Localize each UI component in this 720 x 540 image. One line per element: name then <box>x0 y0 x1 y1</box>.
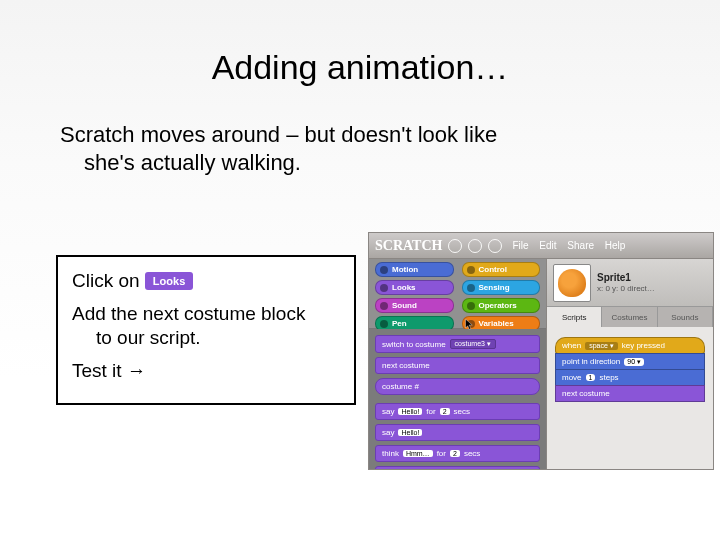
block-costume-num[interactable]: costume # <box>375 378 540 395</box>
slide-title: Adding animation… <box>0 0 720 87</box>
save-icon[interactable] <box>468 239 482 253</box>
sprite-info: Sprite1 x: 0 y: 0 direct… <box>547 259 713 307</box>
subtitle-line2: she's actually walking. <box>60 149 660 177</box>
left-column: Motion Control Looks Sensing Sound Opera… <box>369 259 547 469</box>
menu-bar: File Edit Share Help <box>508 240 629 251</box>
tab-costumes[interactable]: Costumes <box>602 307 657 327</box>
script-area[interactable]: when space ▾ key pressed point in direct… <box>547 327 713 469</box>
block-switch-costume[interactable]: switch to costume costume3 ▾ <box>375 335 540 353</box>
block-think-for[interactable]: think Hmm… for 2 secs <box>375 445 540 462</box>
block-say-for[interactable]: say Hello! for 2 secs <box>375 403 540 420</box>
category-looks[interactable]: Looks <box>375 280 454 295</box>
scratch-app: SCRATCH File Edit Share Help Motion Cont… <box>368 232 714 470</box>
subtitle-line1: Scratch moves around – but doesn't look … <box>60 122 497 147</box>
category-motion[interactable]: Motion <box>375 262 454 277</box>
scratch-logo: SCRATCH <box>375 238 442 254</box>
sprite-coords: x: 0 y: 0 direct… <box>597 284 655 294</box>
add-block-line2: to our script. <box>72 326 340 351</box>
looks-category-pill: Looks <box>145 272 193 290</box>
click-on-text: Click on <box>72 270 140 291</box>
category-control[interactable]: Control <box>462 262 541 277</box>
sprite-name: Sprite1 <box>597 271 655 284</box>
menu-file[interactable]: File <box>512 240 528 251</box>
scratch-topbar: SCRATCH File Edit Share Help <box>369 233 713 259</box>
script-stack[interactable]: when space ▾ key pressed point in direct… <box>555 337 705 401</box>
cursor-icon <box>465 319 475 331</box>
open-icon[interactable] <box>488 239 502 253</box>
right-column: Sprite1 x: 0 y: 0 direct… Scripts Costum… <box>547 259 713 469</box>
instruction-box: Click on Looks Add the next costume bloc… <box>56 255 356 405</box>
script-point-direction[interactable]: point in direction 90 ▾ <box>555 353 705 370</box>
globe-icon[interactable] <box>448 239 462 253</box>
script-move-steps[interactable]: move 1 steps <box>555 369 705 386</box>
category-sensing[interactable]: Sensing <box>462 280 541 295</box>
test-it-line: Test it → <box>72 359 340 384</box>
menu-edit[interactable]: Edit <box>539 240 556 251</box>
slide-subtitle: Scratch moves around – but doesn't look … <box>0 87 720 176</box>
category-operators[interactable]: Operators <box>462 298 541 313</box>
block-think[interactable]: think Hmm… <box>375 466 540 469</box>
cat-icon <box>558 269 586 297</box>
tab-scripts[interactable]: Scripts <box>547 307 602 327</box>
category-grid: Motion Control Looks Sensing Sound Opera… <box>369 259 546 329</box>
tab-sounds[interactable]: Sounds <box>658 307 713 327</box>
menu-share[interactable]: Share <box>567 240 594 251</box>
script-tabs: Scripts Costumes Sounds <box>547 307 713 327</box>
block-say[interactable]: say Hello! <box>375 424 540 441</box>
sprite-thumbnail[interactable] <box>553 264 591 302</box>
block-next-costume[interactable]: next costume <box>375 357 540 374</box>
add-block-line1: Add the next costume block <box>72 303 305 324</box>
menu-help[interactable]: Help <box>605 240 626 251</box>
script-next-costume[interactable]: next costume <box>555 385 705 402</box>
block-palette: switch to costume costume3 ▾ next costum… <box>369 329 546 469</box>
category-sound[interactable]: Sound <box>375 298 454 313</box>
script-when-key[interactable]: when space ▾ key pressed <box>555 337 705 354</box>
